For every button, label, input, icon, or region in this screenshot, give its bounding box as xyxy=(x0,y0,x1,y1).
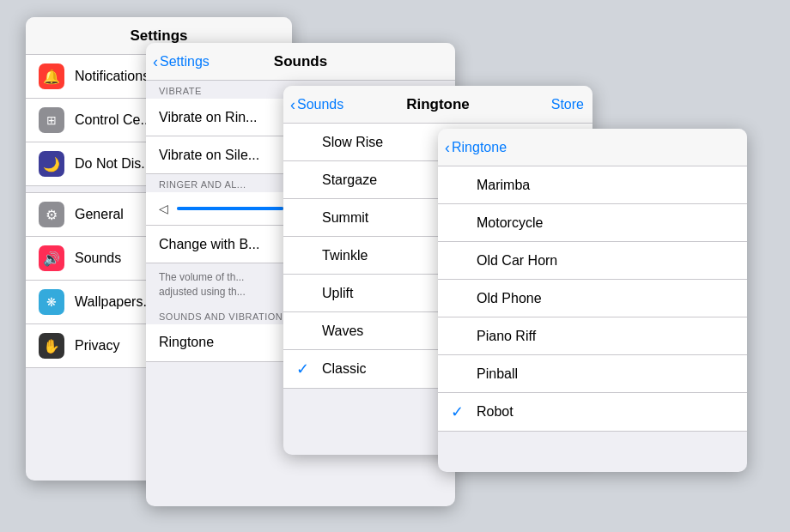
list-item[interactable]: ✓ Robot xyxy=(438,393,747,432)
privacy-icon: ✋ xyxy=(39,333,64,359)
dnd-icon: 🌙 xyxy=(39,151,64,177)
robot-item-label: Old Car Horn xyxy=(477,253,734,269)
store-button[interactable]: Store xyxy=(551,97,584,112)
settings-title: Settings xyxy=(130,27,187,45)
robot-item-label: Marimba xyxy=(477,178,734,193)
sounds-nav: ‹ Settings Sounds xyxy=(146,43,455,81)
robot-panel: ‹ Ringtone Marimba Motorcycle Old Car Ho… xyxy=(438,129,747,472)
general-icon: ⚙ xyxy=(39,202,64,227)
notifications-icon: 🔔 xyxy=(39,63,64,89)
list-item[interactable]: Marimba xyxy=(438,166,747,204)
ringtone-nav: ‹ Sounds Ringtone Store xyxy=(283,86,592,124)
sounds-back-button[interactable]: ‹ Settings xyxy=(153,54,210,70)
list-item[interactable]: Pinball xyxy=(438,355,747,393)
robot-back-button[interactable]: ‹ Ringtone xyxy=(445,140,507,155)
volume-fill xyxy=(177,207,283,210)
robot-nav: ‹ Ringtone xyxy=(438,129,747,166)
list-item[interactable]: Piano Riff xyxy=(438,317,747,355)
robot-item-label: Robot xyxy=(477,404,734,420)
check-icon: ✓ xyxy=(451,402,468,421)
back-chevron-icon: ‹ xyxy=(153,54,158,70)
control-icon: ⊞ xyxy=(39,107,64,133)
back-chevron-icon: ‹ xyxy=(445,140,450,155)
check-icon: ✓ xyxy=(296,360,313,378)
info-text-content: The volume of th...adjusted using th... xyxy=(159,271,246,298)
sounds-icon: 🔊 xyxy=(39,245,64,271)
list-item[interactable]: Motorcycle xyxy=(438,204,747,242)
robot-back-label: Ringtone xyxy=(452,140,507,155)
back-chevron-icon: ‹ xyxy=(290,97,295,112)
list-item[interactable]: Old Phone xyxy=(438,280,747,317)
robot-item-label: Old Phone xyxy=(477,291,734,306)
list-item[interactable]: Old Car Horn xyxy=(438,242,747,280)
robot-list: Marimba Motorcycle Old Car Horn Old Phon… xyxy=(438,166,747,432)
sounds-title: Sounds xyxy=(274,53,327,70)
ringtone-title: Ringtone xyxy=(406,96,470,113)
ringtone-back-label: Sounds xyxy=(297,97,343,112)
robot-item-label: Piano Riff xyxy=(477,329,734,344)
wallpapers-icon: ❋ xyxy=(39,289,64,315)
robot-item-label: Pinball xyxy=(477,366,734,382)
sounds-back-label: Settings xyxy=(160,54,210,70)
ringtone-back-button[interactable]: ‹ Sounds xyxy=(290,97,343,112)
volume-icon: ◁ xyxy=(159,202,168,215)
robot-item-label: Motorcycle xyxy=(477,215,734,231)
